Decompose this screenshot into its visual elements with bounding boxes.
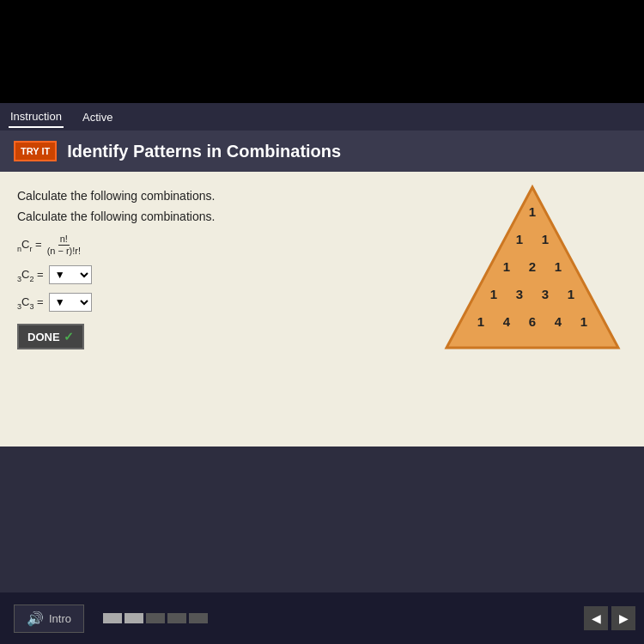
- combo1-select[interactable]: ▼ 1 2 3 4: [49, 265, 92, 284]
- progress-segment: [125, 613, 143, 623]
- pascal-num: 1: [577, 314, 591, 329]
- speaker-icon: 🔊: [27, 611, 44, 627]
- pascal-row-4: 1 4 6 4 1: [474, 314, 591, 329]
- formula-fraction: n! (n − r)!r!: [46, 234, 82, 257]
- formula-prefix: nCr =: [17, 238, 42, 253]
- pascal-num: 4: [500, 314, 513, 329]
- pascal-row-2: 1 2 1: [500, 259, 565, 274]
- combo2-label: 3C3 =: [17, 295, 44, 311]
- pascal-row-1: 1 1: [513, 232, 552, 246]
- page-title: Identify Patterns in Combinations: [67, 142, 341, 161]
- pascal-num: 1: [513, 232, 526, 246]
- pascal-row-3: 1 3 3 1: [487, 287, 578, 301]
- bottom-bar: 🔊 Intro ◀ ▶: [0, 592, 644, 644]
- pascal-num: 2: [526, 259, 539, 274]
- checkmark-icon: ✓: [64, 330, 74, 343]
- intro-label: Intro: [49, 612, 71, 625]
- pascal-num: 3: [538, 287, 552, 301]
- try-it-badge: TRY IT: [14, 141, 57, 161]
- progress-segment: [146, 613, 165, 623]
- combo1-label: 3C2 =: [17, 268, 44, 283]
- pascal-row-0: 1: [526, 204, 539, 219]
- formula-denominator: (n − r)!r!: [46, 246, 82, 257]
- content-area: Calculate the following combinations. Ca…: [0, 172, 644, 447]
- triangle-container: 1 1 1 1 2 1 1 3: [438, 180, 627, 361]
- pascal-num: 1: [500, 259, 513, 274]
- intro-button[interactable]: 🔊 Intro: [14, 605, 84, 633]
- nav-prev-button[interactable]: ◀: [584, 606, 608, 630]
- pascal-num: 1: [526, 204, 539, 219]
- nav-arrows: ◀ ▶: [584, 592, 644, 644]
- formula-numerator: n!: [58, 234, 70, 246]
- pascal-num: 1: [474, 314, 488, 329]
- tab-bar: Instruction Active: [0, 103, 644, 131]
- pascal-num: 1: [538, 232, 552, 246]
- pascal-num: 3: [513, 287, 526, 301]
- done-button[interactable]: DONE ✓: [17, 324, 84, 349]
- progress-segment: [167, 613, 186, 623]
- combo2-select[interactable]: ▼ 1 2 3 4: [49, 293, 92, 312]
- progress-segment: [189, 613, 208, 623]
- done-label: DONE: [27, 331, 60, 343]
- tab-active[interactable]: Active: [81, 107, 114, 127]
- header-bar: TRY IT Identify Patterns in Combinations: [0, 131, 644, 172]
- pascal-num: 4: [551, 314, 565, 329]
- pascal-num: 1: [487, 287, 501, 301]
- main-content: TRY IT Identify Patterns in Combinations…: [0, 131, 644, 592]
- nav-next-button[interactable]: ▶: [611, 606, 635, 630]
- tab-instruction[interactable]: Instruction: [9, 106, 64, 128]
- progress-bar: [103, 592, 541, 644]
- pascal-num: 1: [551, 259, 565, 274]
- pascal-num: 1: [564, 287, 578, 301]
- pascal-num: 6: [526, 314, 539, 329]
- pascal-triangle: 1 1 1 1 2 1 1 3: [438, 180, 627, 361]
- pascal-numbers: 1 1 1 1 2 1 1 3: [438, 180, 627, 361]
- progress-segment: [103, 613, 122, 623]
